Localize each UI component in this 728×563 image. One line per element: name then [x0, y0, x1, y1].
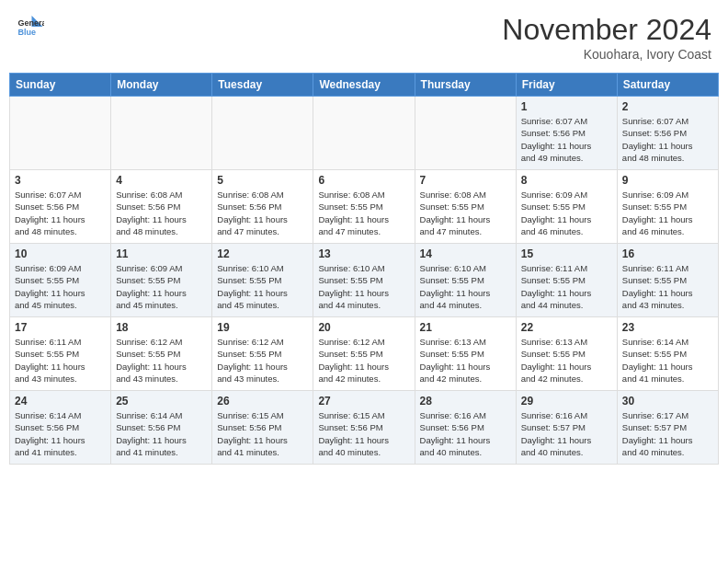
day-cell: 15Sunrise: 6:11 AM Sunset: 5:55 PM Dayli… — [516, 244, 617, 317]
week-row-1: 1Sunrise: 6:07 AM Sunset: 5:56 PM Daylig… — [10, 97, 719, 170]
day-cell: 27Sunrise: 6:15 AM Sunset: 5:56 PM Dayli… — [313, 391, 415, 465]
weekday-header-wednesday: Wednesday — [313, 74, 415, 97]
day-number: 2 — [622, 100, 713, 113]
day-info: Sunrise: 6:16 AM Sunset: 5:57 PM Dayligh… — [521, 409, 612, 458]
day-number: 9 — [622, 174, 713, 187]
day-number: 27 — [318, 395, 409, 408]
title-section: November 2024 Kouohara, Ivory Coast — [502, 13, 711, 62]
day-cell: 8Sunrise: 6:09 AM Sunset: 5:55 PM Daylig… — [516, 170, 617, 244]
day-info: Sunrise: 6:09 AM Sunset: 5:55 PM Dayligh… — [521, 189, 612, 237]
day-info: Sunrise: 6:08 AM Sunset: 5:56 PM Dayligh… — [217, 189, 308, 237]
day-info: Sunrise: 6:11 AM Sunset: 5:55 PM Dayligh… — [15, 336, 106, 385]
day-cell: 13Sunrise: 6:10 AM Sunset: 5:55 PM Dayli… — [313, 244, 415, 317]
day-number: 13 — [318, 247, 409, 260]
day-number: 24 — [15, 395, 106, 408]
day-cell: 4Sunrise: 6:08 AM Sunset: 5:56 PM Daylig… — [111, 170, 212, 244]
day-cell: 9Sunrise: 6:09 AM Sunset: 5:55 PM Daylig… — [617, 170, 718, 244]
day-number: 17 — [15, 321, 106, 334]
day-cell: 30Sunrise: 6:17 AM Sunset: 5:57 PM Dayli… — [617, 391, 718, 465]
day-cell: 6Sunrise: 6:08 AM Sunset: 5:55 PM Daylig… — [313, 170, 415, 244]
day-number: 5 — [217, 174, 308, 187]
day-number: 3 — [15, 174, 106, 187]
day-info: Sunrise: 6:09 AM Sunset: 5:55 PM Dayligh… — [116, 262, 207, 311]
weekday-header-row: SundayMondayTuesdayWednesdayThursdayFrid… — [10, 74, 719, 97]
week-row-4: 17Sunrise: 6:11 AM Sunset: 5:55 PM Dayli… — [10, 317, 719, 391]
day-cell: 23Sunrise: 6:14 AM Sunset: 5:55 PM Dayli… — [617, 317, 718, 391]
day-cell — [313, 97, 415, 170]
day-number: 7 — [420, 174, 511, 187]
day-info: Sunrise: 6:07 AM Sunset: 5:56 PM Dayligh… — [15, 189, 106, 237]
day-number: 29 — [521, 395, 612, 408]
day-number: 6 — [318, 174, 409, 187]
day-cell — [212, 97, 313, 170]
day-info: Sunrise: 6:11 AM Sunset: 5:55 PM Dayligh… — [521, 262, 612, 311]
day-info: Sunrise: 6:16 AM Sunset: 5:56 PM Dayligh… — [420, 409, 511, 458]
day-cell: 10Sunrise: 6:09 AM Sunset: 5:55 PM Dayli… — [10, 244, 111, 317]
week-row-2: 3Sunrise: 6:07 AM Sunset: 5:56 PM Daylig… — [10, 170, 719, 244]
day-cell: 7Sunrise: 6:08 AM Sunset: 5:55 PM Daylig… — [415, 170, 516, 244]
day-cell: 16Sunrise: 6:11 AM Sunset: 5:55 PM Dayli… — [617, 244, 718, 317]
day-cell: 25Sunrise: 6:14 AM Sunset: 5:56 PM Dayli… — [111, 391, 212, 465]
day-info: Sunrise: 6:12 AM Sunset: 5:55 PM Dayligh… — [217, 336, 308, 385]
day-info: Sunrise: 6:10 AM Sunset: 5:55 PM Dayligh… — [318, 262, 409, 311]
day-cell: 14Sunrise: 6:10 AM Sunset: 5:55 PM Dayli… — [415, 244, 516, 317]
day-number: 10 — [15, 247, 106, 260]
day-cell: 26Sunrise: 6:15 AM Sunset: 5:56 PM Dayli… — [212, 391, 313, 465]
day-info: Sunrise: 6:12 AM Sunset: 5:55 PM Dayligh… — [318, 336, 409, 385]
logo-icon: General Blue — [17, 13, 44, 40]
day-cell: 11Sunrise: 6:09 AM Sunset: 5:55 PM Dayli… — [111, 244, 212, 317]
day-cell — [111, 97, 212, 170]
day-info: Sunrise: 6:08 AM Sunset: 5:55 PM Dayligh… — [420, 189, 511, 237]
day-cell: 21Sunrise: 6:13 AM Sunset: 5:55 PM Dayli… — [415, 317, 516, 391]
day-number: 8 — [521, 174, 612, 187]
page-header: General Blue November 2024 Kouohara, Ivo… — [9, 9, 719, 65]
day-cell: 17Sunrise: 6:11 AM Sunset: 5:55 PM Dayli… — [10, 317, 111, 391]
day-cell: 2Sunrise: 6:07 AM Sunset: 5:56 PM Daylig… — [617, 97, 718, 170]
svg-text:Blue: Blue — [18, 28, 37, 37]
day-info: Sunrise: 6:13 AM Sunset: 5:55 PM Dayligh… — [521, 336, 612, 385]
weekday-header-friday: Friday — [516, 74, 617, 97]
day-info: Sunrise: 6:07 AM Sunset: 5:56 PM Dayligh… — [622, 115, 713, 164]
day-cell — [10, 97, 111, 170]
weekday-header-saturday: Saturday — [617, 74, 718, 97]
week-row-5: 24Sunrise: 6:14 AM Sunset: 5:56 PM Dayli… — [10, 391, 719, 465]
day-info: Sunrise: 6:13 AM Sunset: 5:55 PM Dayligh… — [420, 336, 511, 385]
day-cell: 1Sunrise: 6:07 AM Sunset: 5:56 PM Daylig… — [516, 97, 617, 170]
day-info: Sunrise: 6:15 AM Sunset: 5:56 PM Dayligh… — [217, 409, 308, 458]
day-number: 25 — [116, 395, 207, 408]
day-number: 26 — [217, 395, 308, 408]
day-number: 21 — [420, 321, 511, 334]
day-number: 11 — [116, 247, 207, 260]
day-cell: 29Sunrise: 6:16 AM Sunset: 5:57 PM Dayli… — [516, 391, 617, 465]
day-info: Sunrise: 6:09 AM Sunset: 5:55 PM Dayligh… — [622, 189, 713, 237]
day-cell: 18Sunrise: 6:12 AM Sunset: 5:55 PM Dayli… — [111, 317, 212, 391]
weekday-header-sunday: Sunday — [10, 74, 111, 97]
day-info: Sunrise: 6:14 AM Sunset: 5:56 PM Dayligh… — [15, 409, 106, 458]
day-info: Sunrise: 6:10 AM Sunset: 5:55 PM Dayligh… — [217, 262, 308, 311]
day-cell: 5Sunrise: 6:08 AM Sunset: 5:56 PM Daylig… — [212, 170, 313, 244]
day-info: Sunrise: 6:08 AM Sunset: 5:56 PM Dayligh… — [116, 189, 207, 237]
day-number: 14 — [420, 247, 511, 260]
day-info: Sunrise: 6:15 AM Sunset: 5:56 PM Dayligh… — [318, 409, 409, 458]
day-number: 28 — [420, 395, 511, 408]
day-cell: 28Sunrise: 6:16 AM Sunset: 5:56 PM Dayli… — [415, 391, 516, 465]
weekday-header-thursday: Thursday — [415, 74, 516, 97]
day-cell: 3Sunrise: 6:07 AM Sunset: 5:56 PM Daylig… — [10, 170, 111, 244]
day-number: 4 — [116, 174, 207, 187]
day-number: 22 — [521, 321, 612, 334]
day-info: Sunrise: 6:10 AM Sunset: 5:55 PM Dayligh… — [420, 262, 511, 311]
day-number: 30 — [622, 395, 713, 408]
day-info: Sunrise: 6:14 AM Sunset: 5:56 PM Dayligh… — [116, 409, 207, 458]
day-number: 19 — [217, 321, 308, 334]
weekday-header-monday: Monday — [111, 74, 212, 97]
day-number: 18 — [116, 321, 207, 334]
day-number: 12 — [217, 247, 308, 260]
day-number: 23 — [622, 321, 713, 334]
week-row-3: 10Sunrise: 6:09 AM Sunset: 5:55 PM Dayli… — [10, 244, 719, 317]
weekday-header-tuesday: Tuesday — [212, 74, 313, 97]
day-number: 16 — [622, 247, 713, 260]
day-info: Sunrise: 6:14 AM Sunset: 5:55 PM Dayligh… — [622, 336, 713, 385]
day-cell — [415, 97, 516, 170]
day-info: Sunrise: 6:08 AM Sunset: 5:55 PM Dayligh… — [318, 189, 409, 237]
calendar-table: SundayMondayTuesdayWednesdayThursdayFrid… — [9, 73, 719, 465]
